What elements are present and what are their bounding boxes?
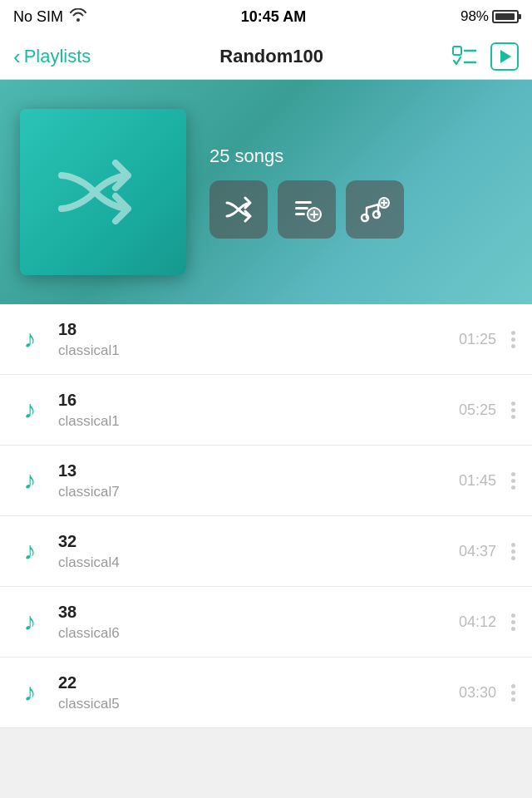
music-note-icon: ♪ [13, 466, 47, 495]
dot [511, 337, 515, 342]
song-number: 16 [58, 391, 435, 410]
svg-rect-3 [295, 201, 312, 204]
hero-info: 25 songs [209, 145, 512, 239]
song-artist: classical4 [58, 554, 435, 571]
dot [511, 549, 515, 554]
status-bar: No SIM 10:45 AM 98% [0, 0, 532, 33]
song-number: 38 [58, 603, 435, 622]
more-button[interactable] [508, 466, 519, 496]
add-song-button[interactable] [346, 180, 404, 239]
song-artist: classical6 [58, 625, 435, 642]
svg-point-9 [362, 214, 368, 221]
dot [511, 479, 515, 483]
dot [511, 691, 515, 695]
song-info: 16 classical1 [58, 391, 435, 430]
hero-area: 25 songs [0, 80, 532, 304]
nav-actions [452, 42, 519, 71]
nav-bar: ‹ Playlists Random100 [0, 33, 532, 80]
song-row[interactable]: ♪ 16 classical1 05:25 [0, 375, 532, 446]
dot [511, 684, 515, 688]
more-button[interactable] [508, 607, 519, 638]
play-button[interactable] [490, 42, 519, 71]
dot [511, 543, 515, 547]
dot [511, 613, 515, 618]
nav-title: Random100 [219, 46, 323, 67]
status-right: 98% [461, 8, 519, 25]
music-note-icon: ♪ [13, 537, 47, 565]
song-duration: 05:25 [446, 401, 496, 419]
queue-button[interactable] [452, 46, 477, 67]
song-info: 32 classical4 [58, 532, 435, 571]
add-to-queue-button[interactable] [278, 180, 336, 239]
svg-rect-8 [310, 214, 318, 215]
dot [511, 485, 515, 490]
svg-rect-0 [453, 47, 461, 55]
dot [511, 344, 515, 348]
more-button[interactable] [508, 324, 519, 355]
dot [511, 620, 515, 624]
song-artist: classical7 [58, 484, 435, 500]
song-number: 13 [58, 461, 435, 480]
hero-buttons [209, 180, 512, 239]
song-duration: 01:45 [446, 472, 496, 490]
song-duration: 04:12 [446, 613, 496, 631]
play-triangle-icon [500, 50, 511, 63]
dot [511, 331, 515, 335]
song-duration: 01:25 [446, 331, 496, 348]
dot [511, 556, 515, 560]
song-row[interactable]: ♪ 32 classical4 04:37 [0, 516, 532, 587]
song-info: 38 classical6 [58, 603, 435, 642]
album-art [20, 109, 186, 275]
shuffle-button[interactable] [209, 180, 268, 239]
song-info: 13 classical7 [58, 461, 435, 500]
songs-list: ♪ 18 classical1 01:25 ♪ 16 classical1 05… [0, 304, 532, 728]
svg-point-10 [373, 211, 380, 218]
svg-rect-4 [295, 207, 308, 209]
song-duration: 03:30 [446, 684, 496, 702]
music-note-icon: ♪ [13, 396, 47, 424]
back-arrow-icon: ‹ [13, 46, 21, 67]
dot [511, 627, 515, 631]
back-label: Playlists [24, 46, 91, 67]
music-note-icon: ♪ [13, 325, 47, 353]
more-button[interactable] [508, 536, 519, 567]
song-count: 25 songs [209, 145, 512, 167]
dot [511, 697, 515, 702]
dot [511, 408, 515, 412]
wifi-icon [70, 8, 86, 26]
music-note-icon: ♪ [13, 608, 47, 636]
song-number: 32 [58, 532, 435, 551]
battery-percent: 98% [461, 8, 489, 25]
song-duration: 04:37 [446, 543, 496, 560]
status-time: 10:45 AM [241, 8, 306, 26]
status-left: No SIM [13, 8, 86, 26]
song-artist: classical1 [58, 342, 435, 359]
dot [511, 401, 515, 406]
song-row[interactable]: ♪ 13 classical7 01:45 [0, 446, 532, 516]
back-button[interactable]: ‹ Playlists [13, 46, 91, 67]
song-info: 22 classical5 [58, 673, 435, 712]
battery-icon [492, 10, 519, 23]
more-button[interactable] [508, 395, 519, 426]
song-artist: classical1 [58, 413, 435, 430]
svg-rect-5 [295, 213, 305, 215]
song-row[interactable]: ♪ 38 classical6 04:12 [0, 587, 532, 658]
song-artist: classical5 [58, 696, 435, 712]
dot [511, 415, 515, 419]
song-row[interactable]: ♪ 18 classical1 01:25 [0, 304, 532, 375]
more-button[interactable] [508, 677, 519, 708]
music-note-icon: ♪ [13, 678, 47, 707]
song-row[interactable]: ♪ 22 classical5 03:30 [0, 658, 532, 728]
carrier-label: No SIM [13, 8, 63, 26]
svg-rect-13 [381, 202, 387, 204]
song-number: 22 [58, 673, 435, 692]
dot [511, 472, 515, 476]
song-number: 18 [58, 320, 435, 339]
song-info: 18 classical1 [58, 320, 435, 359]
